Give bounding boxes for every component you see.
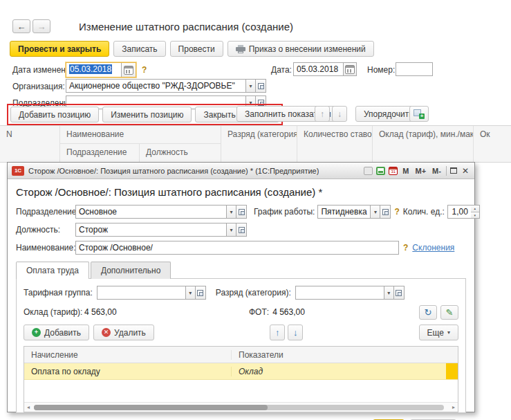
dlg-move-down-button[interactable]: ↓	[288, 325, 303, 340]
forward-button[interactable]: →	[32, 19, 50, 33]
move-down-button[interactable]: ↓	[332, 106, 347, 122]
more-button[interactable]: Еще ▾	[419, 325, 458, 340]
name-input[interactable]: Сторож /Основное/	[75, 241, 399, 255]
schedule-field[interactable]: Пятидневка ▾	[317, 205, 391, 219]
grade-open-button[interactable]	[394, 286, 405, 300]
order-label: Упорядочить	[364, 109, 413, 119]
active-cell[interactable]	[446, 363, 458, 379]
down-arrow-icon: ↓	[337, 109, 342, 119]
position-dialog: 1С Сторож /Основное/: Позиция штатного р…	[7, 162, 475, 412]
change-date-help[interactable]: ?	[142, 65, 147, 75]
change-date-value: 05.03.2018	[69, 64, 112, 74]
schedule-open-button[interactable]	[380, 205, 391, 219]
tariff-group-open-button[interactable]	[196, 286, 206, 300]
position-open-button[interactable]	[236, 223, 247, 237]
organization-label: Организация:	[12, 82, 65, 91]
date-value: 05.03.2018	[293, 62, 343, 76]
number-label: Номер:	[367, 65, 395, 75]
table-row[interactable]: Оплата по окладу Оклад	[24, 363, 458, 380]
maximize-button[interactable]	[450, 167, 457, 174]
open-icon	[382, 209, 389, 215]
edit-position-button[interactable]: Изменить позицию	[102, 107, 192, 122]
schedule-dropdown-button[interactable]: ▾	[370, 205, 380, 219]
dlg-add-label: Добавить	[44, 328, 81, 338]
salary-label: Оклад (тариф):	[24, 307, 84, 317]
scroll-right-icon[interactable]: ▸	[449, 404, 458, 410]
horizontal-scrollbar[interactable]: ◂ ▸	[24, 402, 458, 412]
number-input[interactable]	[396, 62, 433, 76]
scroll-left-icon[interactable]: ◂	[24, 404, 32, 410]
date-field[interactable]: 05.03.2018	[293, 62, 357, 76]
position-label: Должность:	[16, 225, 75, 235]
grade-value	[295, 286, 384, 300]
quantity-stepper[interactable]: 1,00 ▴ ▾	[447, 205, 480, 219]
close-button[interactable]: ✕	[461, 166, 470, 176]
post-and-close-button[interactable]: Провести и закрыть	[10, 41, 109, 57]
tariff-group-dropdown-button[interactable]: ▾	[185, 286, 196, 300]
add-row-button[interactable]: +	[409, 106, 429, 122]
organization-field[interactable]: Акционерное общество "РЖД-ЗДОРОВЬЕ" ▾	[66, 79, 266, 93]
edit-button[interactable]: ✎	[440, 305, 458, 320]
open-icon	[396, 290, 402, 296]
organization-dropdown-button[interactable]: ▾	[245, 79, 256, 93]
open-icon	[197, 290, 203, 296]
nav-buttons: ← →	[12, 19, 50, 33]
write-label: Записать	[122, 44, 157, 54]
grade-dropdown-button[interactable]: ▾	[384, 286, 394, 300]
change-date-calendar-button[interactable]	[122, 63, 136, 77]
column-grade: Разряд (категория)	[221, 126, 297, 162]
scrollbar-track[interactable]	[32, 405, 449, 410]
write-button[interactable]: Записать	[113, 41, 165, 57]
dlg-department-dropdown-button[interactable]: ▾	[226, 205, 236, 219]
schedule-label: График работы:	[254, 207, 315, 217]
memory-plus-button[interactable]: M+	[414, 167, 428, 175]
name-help[interactable]: ?	[403, 243, 408, 253]
post-button[interactable]: Провести	[170, 41, 223, 57]
chevron-down-icon: ▾	[230, 209, 232, 215]
document-icon[interactable]	[364, 167, 373, 175]
recalculate-button[interactable]: ↻	[419, 305, 437, 320]
back-button[interactable]: ←	[12, 19, 30, 33]
tab-extra[interactable]: Дополнительно	[91, 262, 171, 279]
add-position-button[interactable]: Добавить позицию	[10, 107, 99, 122]
spin-down-icon: ▾	[471, 212, 479, 219]
chevron-down-icon: ▾	[447, 329, 450, 336]
memory-minus-button[interactable]: M-	[431, 167, 443, 175]
grade-field[interactable]: ▾	[295, 286, 405, 300]
position-dropdown-button[interactable]: ▾	[226, 223, 236, 237]
move-up-button[interactable]: ↑	[315, 106, 330, 122]
dialog-title: Сторож /Основное/: Позиция штатного расп…	[28, 167, 319, 175]
date-calendar-button[interactable]	[343, 62, 357, 76]
schedule-value: Пятидневка	[317, 205, 370, 219]
memory-button[interactable]: M	[401, 167, 410, 175]
tariff-group-field[interactable]: ▾	[97, 286, 206, 300]
tab-pay[interactable]: Оплата труда	[16, 262, 89, 279]
quantity-spin-buttons[interactable]: ▴ ▾	[471, 205, 480, 219]
up-arrow-icon: ↑	[320, 109, 324, 119]
pencil-icon: ✎	[446, 307, 454, 318]
chevron-down-icon: ▾	[374, 209, 377, 215]
position-value: Сторож	[75, 223, 226, 237]
declension-link[interactable]: Склонения	[412, 243, 454, 253]
chevron-down-icon: ▾	[387, 290, 390, 296]
position-field[interactable]: Сторож ▾	[75, 223, 247, 237]
dlg-move-up-button[interactable]: ↑	[270, 325, 285, 340]
dlg-department-open-button[interactable]	[236, 205, 247, 219]
column-accrual: Начисление	[24, 350, 232, 360]
scrollbar-thumb-dark[interactable]	[34, 405, 268, 410]
dlg-delete-button[interactable]: ✕ Удалить	[93, 325, 154, 340]
calendar31-icon[interactable]: 31	[389, 167, 398, 175]
schedule-help[interactable]: ?	[394, 207, 399, 217]
dialog-titlebar[interactable]: 1С Сторож /Основное/: Позиция штатного р…	[8, 163, 474, 179]
calendar-icon	[345, 65, 355, 74]
change-date-field[interactable]: 05.03.2018	[66, 62, 136, 77]
dlg-department-field[interactable]: Основное ▾	[75, 205, 247, 219]
dlg-add-button[interactable]: + Добавить	[24, 325, 89, 340]
organization-open-button[interactable]	[256, 79, 266, 93]
calculator-icon[interactable]	[376, 167, 385, 175]
column-salary: Оклад (тариф), мин./макс.	[373, 126, 474, 162]
dialog-heading: Сторож /Основное/: Позиция штатного расп…	[16, 186, 466, 198]
plus-circle-icon: +	[32, 328, 41, 337]
delete-circle-icon: ✕	[102, 328, 111, 337]
print-order-button[interactable]: Приказ о внесении изменений	[227, 41, 374, 57]
